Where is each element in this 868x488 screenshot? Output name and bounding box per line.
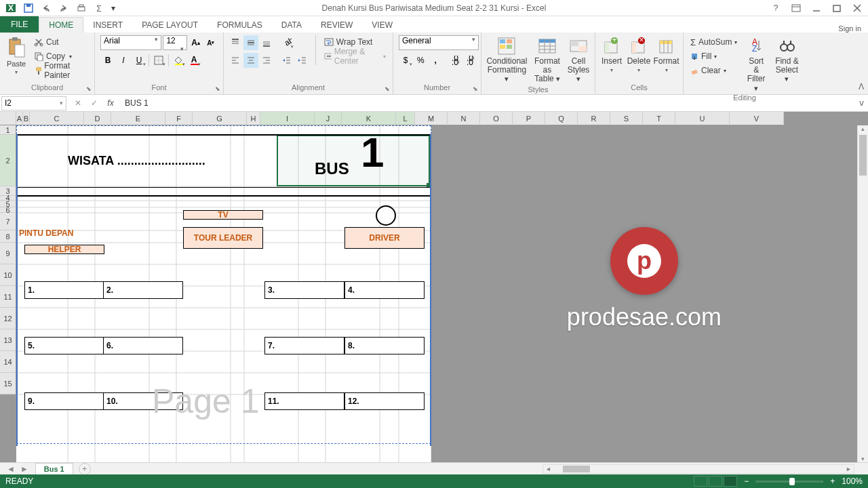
- bold-button[interactable]: B: [100, 53, 115, 68]
- help-icon[interactable]: ?: [768, 1, 784, 15]
- save-icon[interactable]: [20, 1, 37, 16]
- tab-formulas[interactable]: FORMULAS: [208, 18, 272, 33]
- tab-pagelayout[interactable]: PAGE LAYOUT: [132, 18, 208, 33]
- sort-filter-button[interactable]: AZSort & Filter ▾: [743, 35, 770, 94]
- increase-indent-icon[interactable]: [295, 53, 310, 68]
- decrease-font-icon[interactable]: A▾: [204, 35, 218, 50]
- cut-button[interactable]: Cut: [31, 35, 90, 49]
- paste-button[interactable]: Paste ▾: [4, 35, 28, 77]
- tab-insert[interactable]: INSERT: [83, 18, 132, 33]
- clear-button[interactable]: Clear▾: [688, 64, 740, 77]
- ribbon-display-icon[interactable]: [788, 1, 804, 15]
- number-launcher[interactable]: ⬊: [471, 85, 479, 93]
- tour-leader-box: TOUR LEADER: [183, 227, 263, 249]
- seat-1: 1.: [24, 281, 104, 299]
- hscroll-thumb[interactable]: [563, 466, 590, 472]
- italic-button[interactable]: I: [116, 53, 131, 68]
- qa-customize-icon[interactable]: ▾: [108, 1, 118, 16]
- undo-icon[interactable]: [38, 1, 54, 16]
- sheet-tab-bus1[interactable]: Bus 1: [35, 463, 73, 474]
- tab-view[interactable]: VIEW: [362, 18, 402, 33]
- column-headers[interactable]: ABCDEFGHIJKLMNOPQRSTUV: [0, 112, 784, 125]
- font-launcher[interactable]: ⬊: [214, 85, 222, 93]
- seat-11: 11.: [264, 392, 344, 410]
- row-headers[interactable]: 123456789101112131415: [0, 125, 16, 394]
- normal-view-icon[interactable]: [694, 476, 707, 487]
- svg-rect-71: [570, 41, 587, 52]
- svg-text:X: X: [8, 3, 14, 13]
- insert-function-icon[interactable]: fx: [103, 96, 118, 110]
- conditional-formatting-button[interactable]: Conditional Formatting ▾: [486, 35, 528, 84]
- zoom-slider[interactable]: [755, 481, 823, 483]
- font-color-button[interactable]: A: [186, 53, 201, 68]
- find-select-button[interactable]: Find & Select ▾: [772, 35, 802, 84]
- zoom-level[interactable]: 100%: [842, 476, 863, 486]
- format-as-table-button[interactable]: Format as Table ▾: [531, 35, 564, 85]
- accounting-format-icon[interactable]: $: [399, 53, 413, 68]
- autosum-qa-icon[interactable]: Σ: [91, 1, 107, 16]
- new-sheet-button[interactable]: +: [79, 463, 91, 475]
- align-bottom-icon[interactable]: [259, 35, 274, 50]
- zoom-out-icon[interactable]: −: [744, 476, 749, 486]
- collapse-ribbon-icon[interactable]: ᐱ: [859, 82, 864, 92]
- tab-review[interactable]: REVIEW: [311, 18, 362, 33]
- expand-formula-bar-icon[interactable]: ⅴ: [854, 98, 868, 108]
- border-button[interactable]: [151, 53, 166, 68]
- tab-data[interactable]: DATA: [272, 18, 311, 33]
- page-break-view-icon[interactable]: [724, 476, 737, 487]
- percent-format-icon[interactable]: %: [414, 53, 428, 68]
- group-font: Arial 12 A▴ A▾ B I U A Font ⬊: [95, 33, 224, 94]
- format-painter-button[interactable]: Format Painter: [31, 64, 90, 77]
- align-left-icon[interactable]: [228, 53, 243, 68]
- vscroll-thumb[interactable]: [859, 135, 867, 176]
- svg-rect-22: [155, 56, 163, 64]
- cell-styles-button[interactable]: Cell Styles ▾: [566, 35, 591, 84]
- delete-cells-button[interactable]: ×Delete▾: [627, 35, 651, 75]
- redo-icon[interactable]: [56, 1, 72, 16]
- orientation-icon[interactable]: ab: [279, 35, 294, 50]
- horizontal-scrollbar[interactable]: ◄►: [542, 464, 854, 474]
- excel-icon[interactable]: X: [3, 1, 19, 16]
- page-layout-view-icon[interactable]: [709, 476, 722, 487]
- zoom-in-icon[interactable]: +: [830, 476, 835, 486]
- underline-button[interactable]: U: [132, 53, 146, 68]
- fill-color-button[interactable]: [171, 53, 186, 68]
- comma-format-icon[interactable]: ,: [429, 53, 443, 68]
- decrease-indent-icon[interactable]: [279, 53, 294, 68]
- number-format-select[interactable]: General: [399, 35, 479, 50]
- increase-decimal-icon[interactable]: .0.00: [446, 53, 460, 68]
- close-icon[interactable]: [849, 1, 865, 15]
- tab-file[interactable]: FILE: [0, 16, 39, 33]
- svg-rect-78: [632, 42, 644, 53]
- font-name-select[interactable]: Arial: [100, 35, 161, 50]
- cellstyles-icon: [569, 37, 588, 56]
- cancel-formula-icon[interactable]: ✕: [71, 96, 85, 110]
- enter-formula-icon[interactable]: ✓: [87, 96, 102, 110]
- insert-cells-button[interactable]: +Insert▾: [599, 35, 624, 75]
- increase-font-icon[interactable]: A▴: [189, 35, 202, 50]
- font-size-select[interactable]: 12: [163, 35, 187, 50]
- seat-6: 6.: [103, 337, 183, 354]
- autosum-button[interactable]: ΣAutoSum▾: [688, 35, 740, 49]
- title-bar: X Σ ▾ Denah Kursi Bus Pariwisata Medium …: [0, 0, 868, 16]
- alignment-launcher[interactable]: ⬊: [383, 85, 391, 93]
- sign-in-link[interactable]: Sign in: [838, 24, 861, 33]
- quick-print-icon[interactable]: [73, 1, 90, 16]
- minimize-icon[interactable]: [808, 1, 825, 15]
- tab-home[interactable]: HOME: [39, 17, 83, 33]
- align-top-icon[interactable]: [228, 35, 243, 50]
- window-title: Denah Kursi Bus Pariwisata Medium Seat 2…: [322, 3, 547, 13]
- sheet-nav[interactable]: ◄►: [0, 464, 35, 474]
- align-middle-icon[interactable]: [243, 35, 258, 50]
- format-cells-button[interactable]: Format▾: [654, 35, 679, 75]
- align-right-icon[interactable]: [259, 53, 274, 68]
- name-box[interactable]: I2▾: [1, 96, 66, 110]
- format-icon: [658, 37, 675, 56]
- decrease-decimal-icon[interactable]: .00.0: [461, 53, 475, 68]
- vertical-scrollbar[interactable]: ▴▾: [857, 125, 868, 462]
- fill-button[interactable]: Fill▾: [688, 49, 740, 63]
- merge-center-button[interactable]: Merge & Center▾: [321, 49, 389, 63]
- maximize-icon[interactable]: [829, 1, 845, 15]
- align-center-icon[interactable]: [243, 53, 258, 68]
- clipboard-launcher[interactable]: ⬊: [85, 85, 93, 93]
